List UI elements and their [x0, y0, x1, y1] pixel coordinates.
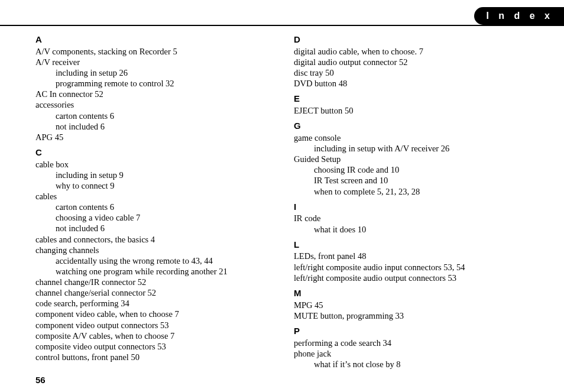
index-entry: A/V receiver [35, 57, 270, 67]
index-subentry: what it does 10 [314, 224, 529, 235]
index-subentry: programming remote to control 32 [56, 78, 270, 89]
index-entry: game console [294, 132, 529, 143]
index-entry: APG 45 [35, 132, 270, 142]
index-entry: Guided Setup [294, 154, 529, 164]
index-entry: composite video output connectors 53 [35, 341, 270, 352]
index-letter-heading: L [294, 239, 529, 251]
index-badge: I n d e x [474, 7, 564, 25]
index-entry: cables [35, 191, 270, 202]
index-entry: channel change/IR connector 52 [35, 277, 270, 287]
index-letter-heading: A [35, 34, 270, 46]
index-subentry: including in setup with A/V receiver 26 [314, 143, 529, 154]
index-subentry: when to complete 5, 21, 23, 28 [314, 186, 529, 197]
index-subentry: watching one program while recording ano… [56, 266, 270, 277]
index-entry: IR code [294, 213, 529, 223]
index-subentry: including in setup 26 [56, 67, 270, 78]
index-entry: disc tray 50 [294, 67, 529, 78]
index-letter-heading: G [294, 121, 529, 132]
index-column: AA/V components, stacking on Recorder 5A… [35, 34, 270, 383]
index-letter-heading: M [294, 288, 529, 299]
index-subentry: accidentally using the wrong remote to 4… [56, 255, 270, 266]
index-letter-heading: D [294, 34, 529, 46]
index-letter-heading: P [294, 326, 529, 337]
index-entry: changing channels [35, 245, 270, 255]
index-entry: cables and connectors, the basics 4 [35, 234, 270, 245]
index-entry: cable box [35, 159, 270, 170]
index-entry: A/V components, stacking on Recorder 5 [35, 46, 270, 57]
index-subentry: choosing a video cable 7 [56, 212, 270, 223]
index-entry: component video output connectors 53 [35, 320, 270, 331]
index-entry: digital audio output connector 52 [294, 57, 529, 67]
index-subentry: choosing IR code and 10 [314, 164, 529, 175]
index-subentry: carton contents 6 [56, 202, 270, 212]
index-entry: digital audio cable, when to choose. 7 [294, 46, 529, 57]
index-letter-heading: E [294, 93, 529, 105]
index-entry: performing a code search 34 [294, 338, 529, 348]
page: I n d e x AA/V components, stacking on R… [0, 0, 564, 392]
header-rule [0, 25, 564, 26]
index-entry: DVD button 48 [294, 78, 529, 89]
index-subentry: why to connect 9 [56, 180, 270, 191]
index-subentry: not included 6 [56, 121, 270, 132]
index-entry: control buttons, front panel 50 [35, 352, 270, 362]
index-entry: left/right composite audio output connec… [294, 273, 529, 283]
index-entry: EJECT button 50 [294, 105, 529, 116]
index-entry: LEDs, front panel 48 [294, 251, 529, 261]
index-content: AA/V components, stacking on Recorder 5A… [35, 34, 529, 383]
index-subentry: IR Test screen and 10 [314, 175, 529, 186]
index-subentry: including in setup 9 [56, 170, 270, 180]
index-letter-heading: I [294, 202, 529, 213]
index-entry: component video cable, when to choose 7 [35, 309, 270, 319]
index-entry: AC In connector 52 [35, 89, 270, 99]
index-entry: MUTE button, programming 33 [294, 310, 529, 321]
page-number: 56 [35, 375, 46, 385]
index-entry: phone jack [294, 348, 529, 359]
index-column: Ddigital audio cable, when to choose. 7d… [294, 34, 529, 383]
index-entry: composite A/V cables, when to choose 7 [35, 331, 270, 341]
index-entry: code search, performing 34 [35, 298, 270, 309]
index-entry: MPG 45 [294, 300, 529, 310]
index-subentry: carton contents 6 [56, 111, 270, 121]
index-entry: left/right composite audio input connect… [294, 262, 529, 273]
index-entry: channel change/serial connector 52 [35, 287, 270, 298]
index-letter-heading: C [35, 147, 270, 158]
index-subentry: not included 6 [56, 223, 270, 234]
index-entry: accessories [35, 99, 270, 110]
index-subentry: what if it’s not close by 8 [314, 359, 529, 370]
